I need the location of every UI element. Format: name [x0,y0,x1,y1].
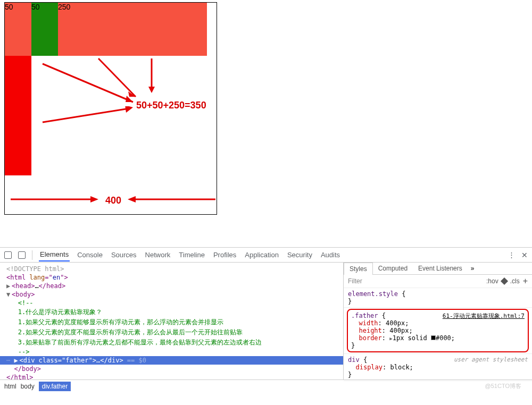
kebab-menu-icon[interactable]: ⋮ [508,251,515,259]
dom-body-open[interactable]: ▼<body> [0,290,343,299]
sum-annotation: 50+50+250=350 [136,100,206,111]
svg-line-2 [98,58,136,97]
arrow-annotation [5,191,101,207]
dom-comment-line[interactable]: 3.如果贴靠了前面所有浮动元素之后都不能显示，最终会贴靠到父元素的左边或者右边 [0,338,343,348]
tab-network[interactable]: Network [144,249,172,261]
tab-profiles[interactable]: Profiles [212,249,237,261]
tab-timeline[interactable]: Timeline [178,249,206,261]
tab-sources[interactable]: Sources [110,249,138,261]
elements-tree[interactable]: <!DOCTYPE html> <html lang="en"> ▶<head>… [0,263,343,379]
cls-toggle[interactable]: .cls [510,277,520,285]
dom-comment-line[interactable]: 2.如果父元素的宽度不能显示所有浮动元素，那么会从最后一个元开始往前贴靠 [0,327,343,338]
crumb-html[interactable]: html [4,383,16,390]
box-label: 50 [31,3,40,11]
dom-body-close[interactable]: </body> [0,365,343,373]
styles-tab-computed[interactable]: Computed [373,263,413,274]
styles-tab-styles[interactable]: Styles [344,263,373,275]
dom-doctype[interactable]: <!DOCTYPE html> [6,265,64,273]
source-link[interactable]: 61-浮动元素贴靠现象.html:7 [443,312,525,320]
styles-pane: Styles Computed Event Listeners » Filter… [343,263,532,379]
arrow-annotation [125,191,221,207]
dom-comment-line[interactable]: 1.什么是浮动元素贴靠现象？ [0,307,343,317]
tab-security[interactable]: Security [286,249,313,261]
svg-marker-9 [90,196,98,203]
ua-stylesheet-note: user agent stylesheet [454,356,528,363]
float-box-3: 250 [58,3,207,56]
dom-comment[interactable]: <!-- [0,299,343,307]
devtools-body: <!DOCTYPE html> <html lang="en"> ▶<head>… [0,263,532,379]
device-toggle-icon[interactable] [18,251,26,259]
dom-comment-end[interactable]: --> [0,348,343,356]
tab-audits[interactable]: Audits [320,249,341,261]
float-box-4 [5,56,31,175]
svg-marker-7 [125,106,133,113]
tab-console[interactable]: Console [76,249,104,261]
dom-selected-element[interactable]: ⋯ ▶<div class="father">…</div> == $0 [0,356,343,365]
arrow-annotation [35,106,136,128]
ua-rule[interactable]: user agent stylesheet div { display: blo… [344,354,532,381]
tab-elements[interactable]: Elements [39,248,70,261]
width-annotation: 400 [105,195,121,206]
dom-html-close[interactable]: </html> [0,373,343,379]
svg-marker-11 [128,196,136,203]
styles-tabs: Styles Computed Event Listeners » [344,263,532,275]
more-tabs-icon[interactable]: » [468,263,478,274]
dom-head[interactable]: ▶<head>…</head> [0,282,343,290]
father-rule[interactable]: 61-浮动元素贴靠现象.html:7 .father { width: 400p… [344,308,532,354]
breadcrumb-bar: html body div.father @51CTO博客 [0,379,532,392]
devtools-panel: Elements Console Sources Network Timelin… [0,247,532,392]
box-label: 250 [58,3,70,11]
svg-line-6 [43,108,129,122]
tab-application[interactable]: Application [244,249,280,261]
arrow-annotation [93,54,146,102]
float-box-1: 50 [5,3,31,56]
crumb-body[interactable]: body [21,383,35,390]
svg-marker-5 [148,87,155,93]
element-style-rule[interactable]: element.style {} [344,288,532,308]
styles-filter-bar: Filter :hov .cls + [344,275,532,288]
styles-tab-events[interactable]: Event Listeners [413,263,468,274]
devtools-toolbar: Elements Console Sources Network Timelin… [0,248,532,263]
diamond-icon[interactable] [501,277,508,285]
arrow-annotation [144,56,160,96]
crumb-selected[interactable]: div.father [39,382,71,391]
close-icon[interactable]: ✕ [521,251,528,259]
watermark: @51CTO博客 [485,382,521,390]
browser-viewport: 50 50 250 50+50+250=350 400 [0,0,532,247]
hov-toggle[interactable]: :hov [486,277,498,285]
box-label: 50 [5,3,13,11]
color-swatch[interactable] [431,335,436,340]
filter-input[interactable]: Filter [348,277,362,285]
add-rule-icon[interactable]: + [523,276,528,286]
dom-comment-line[interactable]: 1.如果父元素的宽度能够显示所有浮动元素，那么浮动的元素会并排显示 [0,317,343,327]
inspect-icon[interactable] [4,251,12,259]
float-box-2: 50 [31,3,58,56]
divider [32,250,32,260]
dom-html-open[interactable]: <html lang="en"> [0,273,343,282]
